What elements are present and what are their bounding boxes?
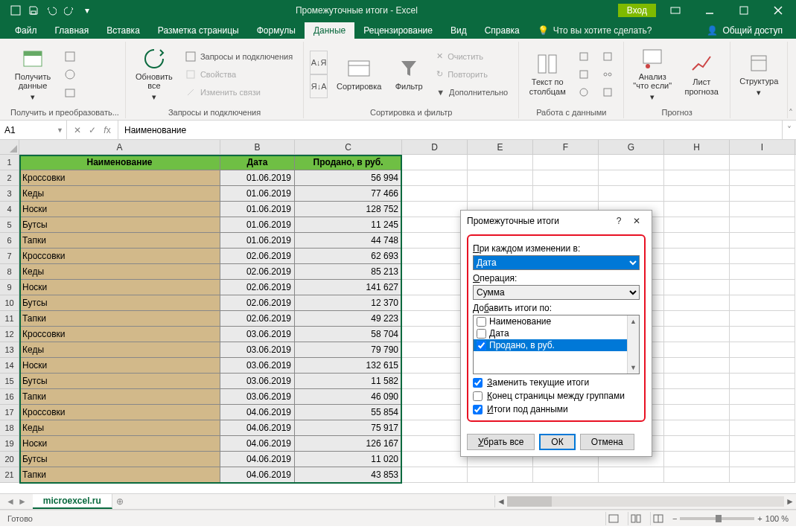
- col-header-C[interactable]: C: [295, 140, 402, 154]
- cell[interactable]: Бутсы: [19, 452, 220, 467]
- cell[interactable]: 11 582: [295, 374, 402, 389]
- cell[interactable]: [664, 452, 730, 467]
- cell[interactable]: [730, 358, 795, 374]
- cell[interactable]: 04.06.2019: [220, 420, 295, 436]
- row-header[interactable]: 11: [0, 311, 19, 327]
- cell[interactable]: Бутсы: [19, 217, 220, 233]
- cell[interactable]: [664, 374, 730, 389]
- cell[interactable]: 03.06.2019: [220, 389, 295, 405]
- cell[interactable]: 141 627: [295, 280, 402, 295]
- cell[interactable]: Кроссовки: [19, 249, 220, 264]
- col-header-B[interactable]: B: [220, 140, 295, 154]
- dialog-close-icon[interactable]: ✕: [628, 216, 646, 226]
- tab-insert[interactable]: Вставка: [98, 22, 149, 39]
- cell[interactable]: [402, 452, 468, 467]
- tab-data[interactable]: Данные: [305, 22, 354, 39]
- cell[interactable]: [664, 436, 730, 452]
- cell[interactable]: 79 790: [295, 342, 402, 358]
- text-to-columns-button[interactable]: Текст по столбцам: [525, 45, 570, 103]
- cell[interactable]: [402, 186, 468, 202]
- cell[interactable]: [730, 420, 795, 436]
- cell[interactable]: [402, 202, 468, 217]
- select-all-button[interactable]: [0, 140, 19, 155]
- cell[interactable]: [730, 155, 795, 170]
- from-table-icon[interactable]: [60, 48, 80, 65]
- forecast-sheet-button[interactable]: Лист прогноза: [679, 45, 724, 103]
- cancel-formula-icon[interactable]: ✕: [71, 125, 83, 135]
- cell[interactable]: 01.06.2019: [220, 170, 295, 186]
- normal-view-icon[interactable]: [605, 512, 622, 525]
- cell[interactable]: 02.06.2019: [220, 311, 295, 327]
- row-header[interactable]: 16: [0, 389, 19, 405]
- cell[interactable]: [664, 217, 730, 233]
- sort-button[interactable]: Сортировка: [332, 45, 386, 103]
- sort-desc-icon[interactable]: Я↓A: [310, 74, 328, 98]
- cell[interactable]: [730, 217, 795, 233]
- cell[interactable]: [664, 202, 730, 217]
- cell[interactable]: [599, 170, 664, 186]
- page-layout-icon[interactable]: [628, 512, 644, 525]
- cell[interactable]: [402, 342, 468, 358]
- enter-formula-icon[interactable]: ✓: [86, 125, 98, 135]
- cell[interactable]: [402, 420, 468, 436]
- cell[interactable]: [664, 311, 730, 327]
- tab-file[interactable]: Файл: [6, 22, 46, 39]
- cell[interactable]: 77 466: [295, 186, 402, 202]
- chk-pagebreak[interactable]: Конец страницы между группами: [473, 391, 640, 401]
- cell[interactable]: [664, 342, 730, 358]
- col-header-D[interactable]: D: [402, 140, 468, 154]
- cell[interactable]: [664, 405, 730, 420]
- cell[interactable]: [402, 295, 468, 311]
- cell[interactable]: [664, 327, 730, 342]
- cell[interactable]: 58 704: [295, 327, 402, 342]
- cell[interactable]: [599, 155, 664, 170]
- row-header[interactable]: 4: [0, 202, 19, 217]
- cell[interactable]: 03.06.2019: [220, 327, 295, 342]
- cell[interactable]: 03.06.2019: [220, 374, 295, 389]
- operation-select[interactable]: Сумма: [473, 285, 640, 300]
- col-header-E[interactable]: E: [468, 140, 533, 154]
- row-header[interactable]: 3: [0, 186, 19, 202]
- cell[interactable]: 56 994: [295, 170, 402, 186]
- get-data-button[interactable]: Получить данные▾: [10, 45, 55, 103]
- cell[interactable]: Кроссовки: [19, 327, 220, 342]
- cell[interactable]: [402, 389, 468, 405]
- cell[interactable]: [533, 186, 599, 202]
- col-header-F[interactable]: F: [533, 140, 599, 154]
- cell[interactable]: [664, 358, 730, 374]
- add-sheet-icon[interactable]: ⊕: [112, 496, 127, 507]
- cell[interactable]: [402, 249, 468, 264]
- name-box[interactable]: A1▼: [0, 121, 67, 139]
- cell[interactable]: Тапки: [19, 233, 220, 249]
- cell[interactable]: 01.06.2019: [220, 202, 295, 217]
- cell[interactable]: [730, 405, 795, 420]
- row-header[interactable]: 10: [0, 295, 19, 311]
- data-model-icon[interactable]: [598, 84, 617, 100]
- cell[interactable]: [402, 280, 468, 295]
- fx-icon[interactable]: fx: [101, 125, 113, 135]
- cell[interactable]: 02.06.2019: [220, 249, 295, 264]
- each-change-select[interactable]: Дата: [473, 255, 640, 270]
- tab-help[interactable]: Справка: [476, 22, 529, 39]
- cell[interactable]: Бутсы: [19, 295, 220, 311]
- row-header[interactable]: 12: [0, 327, 19, 342]
- cell[interactable]: [730, 264, 795, 280]
- cell[interactable]: [664, 186, 730, 202]
- cell[interactable]: [468, 155, 533, 170]
- tab-home[interactable]: Главная: [46, 22, 98, 39]
- relationships-icon[interactable]: [598, 66, 617, 83]
- cell[interactable]: [730, 170, 795, 186]
- row-header[interactable]: 13: [0, 342, 19, 358]
- cell[interactable]: Носки: [19, 202, 220, 217]
- minimize-icon[interactable]: [695, 0, 725, 21]
- outline-button[interactable]: Структура▾: [736, 45, 781, 103]
- cell[interactable]: Кеды: [19, 342, 220, 358]
- recent-sources-icon[interactable]: [60, 84, 80, 100]
- cell[interactable]: Тапки: [19, 389, 220, 405]
- scroll-thumb[interactable]: [507, 496, 552, 507]
- cell[interactable]: 126 167: [295, 436, 402, 452]
- zoom-in-icon[interactable]: +: [757, 514, 762, 523]
- tab-formulas[interactable]: Формулы: [248, 22, 305, 39]
- cell[interactable]: 03.06.2019: [220, 358, 295, 374]
- cell[interactable]: [468, 170, 533, 186]
